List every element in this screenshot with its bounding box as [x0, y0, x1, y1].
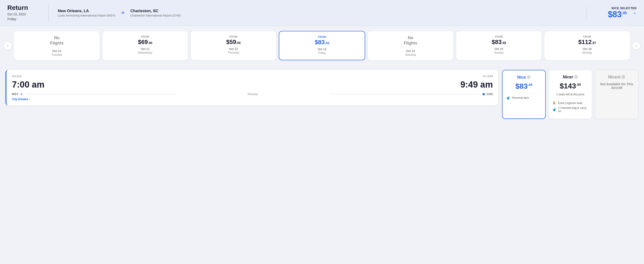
fare-name: Nice ⓘ [517, 75, 530, 80]
card-day: Wednesday [138, 51, 152, 54]
card-date: Oct 14 [406, 49, 415, 53]
fare-divider [506, 93, 542, 93]
card-price: $83.45 [315, 39, 329, 45]
selected-fare-label: NICE SELECTED [594, 7, 637, 10]
route-dot-right [482, 93, 485, 95]
card-day: Sunday [494, 51, 504, 54]
results-section: MX328 1H 49M 7:00 am 9:49 am MSY ✈ Nonst… [0, 65, 644, 124]
card-day: Monday [582, 51, 592, 54]
destination-airport-name: Charleston International Airport (CHS) [130, 14, 181, 17]
card-price: $69.00 [138, 39, 152, 45]
card-date: Oct 15 [494, 47, 503, 51]
date-card-oct12[interactable]: FROM $59.00 Oct 12 Thursday [190, 31, 276, 60]
card-date: Oct 12 [229, 47, 238, 51]
date-card-oct16[interactable]: FROM $112.57 Oct 16 Monday [544, 31, 630, 60]
card-day: Saturday [405, 53, 416, 56]
origin-city-name: New Orleans, LA [58, 9, 116, 13]
carousel-next-button[interactable]: › [632, 41, 640, 50]
card-day: Friday [318, 51, 326, 55]
info-icon[interactable]: ⓘ [622, 75, 625, 79]
card-price: $59.00 [226, 39, 241, 45]
fare-name: Nicer ⓘ [563, 75, 578, 80]
selected-fare-section: NICE SELECTED $83.45 ⌃ [586, 7, 637, 19]
fare-cards-container: Nice ⓘ $83.45 🧳 Personal Item Nicer ⓘ $1… [502, 70, 638, 119]
flight-arrive-time: 9:49 am [460, 80, 493, 90]
info-icon[interactable]: ⓘ [574, 75, 578, 79]
flight-route-bar: MSY ✈ Nonstop CHS [12, 92, 493, 96]
fare-card-nicest[interactable]: Nicest ⓘ Not Available On This Aircraft [595, 70, 638, 119]
date-card-oct10[interactable]: NoFlights Oct 10 Tuesday [14, 31, 100, 60]
card-date: Oct 11 [141, 47, 150, 51]
fare-card-nice[interactable]: Nice ⓘ $83.45 🧳 Personal Item [502, 70, 546, 119]
flight-row: MX328 1H 49M 7:00 am 9:49 am MSY ✈ Nonst… [6, 70, 498, 105]
fare-divider [552, 98, 588, 99]
origin-airport-code: MSY [12, 92, 18, 96]
destination-city-name: Charleston, SC [130, 9, 181, 13]
route-plane-icon: ✈ [20, 92, 23, 96]
return-title: Return [7, 4, 42, 11]
card-date: Oct 10 [52, 49, 61, 53]
seats-left: 2 seats left at this price [556, 93, 584, 96]
route-section: New Orleans, LA Louis Armstrong Internat… [49, 9, 586, 17]
card-from-label: FROM [583, 35, 591, 38]
feature-icon: 🧳 [552, 108, 556, 111]
chevron-right-icon: › [29, 97, 30, 101]
plane-icon: ✈ [121, 10, 125, 15]
no-flights-text: NoFlights [404, 35, 417, 46]
flight-times: 7:00 am 9:49 am [12, 80, 493, 90]
feature-icon: 🧳 [506, 96, 510, 100]
fare-feature: 🧳 Personal Item [506, 96, 542, 100]
flight-row-top: MX328 1H 49M [12, 74, 493, 78]
origin-city: New Orleans, LA Louis Armstrong Internat… [58, 9, 116, 17]
card-from-label: FROM [495, 35, 503, 38]
card-from-label: FROM [141, 35, 149, 38]
flight-depart-time: 7:00 am [12, 80, 44, 90]
fare-card-nicer[interactable]: Nicer ⓘ $143.45 2 seats left at this pri… [548, 70, 592, 119]
card-day: Thursday [228, 51, 239, 54]
flight-number: MX328 [12, 74, 21, 78]
fare-feature: 🪑 Extra Legroom seat [552, 101, 588, 105]
fare-price: $143.45 [560, 82, 581, 90]
feature-icon: 🪑 [552, 101, 556, 105]
fare-feature: 🧳 1 Checked bag & carry-on [552, 106, 588, 113]
fare-name: Nicest ⓘ [608, 75, 625, 80]
destination-airport-code: CHS [487, 92, 493, 96]
card-price: $112.57 [578, 39, 596, 45]
date-card-oct14[interactable]: NoFlights Oct 14 Saturday [368, 31, 454, 60]
flight-header: Return Oct 13, 2023 Friday New Orleans, … [0, 0, 644, 26]
route-line-2 [330, 94, 479, 94]
card-day: Tuesday [52, 53, 62, 56]
date-cards-container: NoFlights Oct 10 Tuesday FROM $69.00 Oct… [14, 31, 630, 60]
return-date: Oct 13, 2023 Friday [7, 12, 42, 21]
destination-city: Charleston, SC Charleston International … [130, 9, 181, 17]
card-from-label: FROM [230, 35, 237, 38]
card-from-label: FROM [318, 35, 326, 38]
card-date: Oct 13 [318, 47, 326, 51]
fare-price: $83.45 [516, 83, 532, 90]
date-card-oct11[interactable]: FROM $69.00 Oct 11 Wednesday [102, 31, 188, 60]
carousel-prev-button[interactable]: ‹ [4, 41, 12, 50]
selected-fare-price: $83.45 [608, 10, 627, 19]
info-icon[interactable]: ⓘ [527, 75, 530, 79]
route-line [26, 94, 175, 94]
date-card-oct15[interactable]: FROM $83.45 Oct 15 Sunday [456, 31, 542, 60]
no-flights-text: NoFlights [50, 35, 64, 46]
fare-not-available-text: Not Available On This Aircraft [599, 82, 634, 90]
card-price: $83.45 [492, 39, 506, 45]
trip-details-link[interactable]: Trip Details › [12, 97, 493, 101]
stop-type: Nonstop [178, 93, 327, 96]
origin-airport-name: Louis Armstrong International Airport (M… [58, 14, 116, 17]
card-date: Oct 16 [583, 47, 592, 51]
flight-duration: 1H 49M [482, 74, 493, 78]
return-section: Return Oct 13, 2023 Friday [7, 4, 49, 21]
date-card-oct13[interactable]: FROM $83.45 Oct 13 Friday [279, 31, 366, 60]
date-carousel: ‹ NoFlights Oct 10 Tuesday FROM $69.00 O… [0, 26, 644, 65]
chevron-up-icon[interactable]: ⌃ [633, 12, 637, 17]
